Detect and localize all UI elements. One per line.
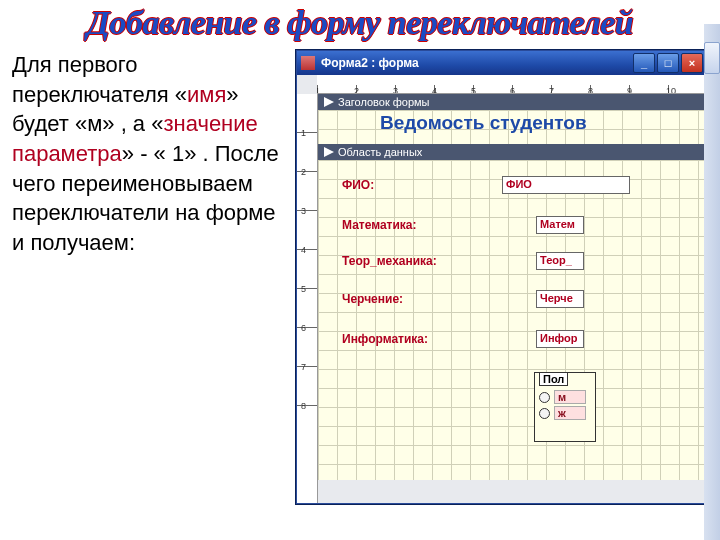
ruler-tick: 8: [588, 86, 593, 94]
section-bar-detail[interactable]: Область данных: [318, 144, 707, 160]
label-math[interactable]: Математика:: [342, 218, 417, 232]
option-group-pol[interactable]: Пол м ж: [534, 372, 596, 442]
ruler-tick: 7: [549, 86, 554, 94]
vertical-ruler[interactable]: 1 2 3 4 5 6 7 8: [297, 94, 318, 503]
form-title-label[interactable]: Ведомость студентов: [380, 112, 587, 134]
ruler-tick: 9: [627, 86, 632, 94]
explanation-text: Для первого переключателя «имя» будет «м…: [12, 50, 286, 504]
field-teor[interactable]: Теор_: [536, 252, 584, 270]
section-label: Область данных: [338, 146, 422, 158]
radio-label-m[interactable]: м: [554, 390, 586, 404]
section-bar-form-header[interactable]: Заголовок формы: [318, 94, 707, 110]
ruler-tick: 3: [393, 86, 398, 94]
ruler-tick: 5: [471, 86, 476, 94]
radio-row-m[interactable]: м: [535, 389, 595, 405]
maximize-button[interactable]: □: [657, 53, 679, 73]
section-arrow-icon: [324, 97, 334, 107]
minimize-button[interactable]: _: [633, 53, 655, 73]
ruler-tick: 6: [510, 86, 515, 94]
ruler-vtick: 8: [301, 401, 306, 411]
ruler-tick: 10: [666, 86, 676, 94]
keyword-name: имя: [187, 82, 226, 107]
ruler-tick: 1: [317, 86, 320, 94]
section-arrow-icon: [324, 147, 334, 157]
form-icon: [301, 56, 315, 70]
label-inform[interactable]: Информатика:: [342, 332, 428, 346]
slide-content: Для первого переключателя «имя» будет «м…: [0, 42, 720, 504]
field-math[interactable]: Матем: [536, 216, 584, 234]
field-cherch[interactable]: Черче: [536, 290, 584, 308]
ruler-tick: 2: [354, 86, 359, 94]
scrollbar-thumb[interactable]: [704, 42, 720, 74]
radio-row-zh[interactable]: ж: [535, 405, 595, 421]
form-header-section[interactable]: Ведомость студентов: [318, 110, 707, 144]
slide-title: Добавление в форму переключателей: [0, 0, 720, 42]
text-frag: Для первого переключателя «: [12, 52, 187, 107]
designer-body: 1 2 3 4 5 6 7 8 Заголовок формы Ведомост…: [297, 94, 707, 503]
window-titlebar[interactable]: Форма2 : форма _ □ ×: [297, 51, 707, 75]
close-button[interactable]: ×: [681, 53, 703, 73]
group-label[interactable]: Пол: [539, 372, 568, 386]
access-form-designer-window: Форма2 : форма _ □ × 1 2 3 4 5 6 7 8 9 1…: [296, 50, 708, 504]
field-inform[interactable]: Инфор: [536, 330, 584, 348]
radio-icon[interactable]: [539, 392, 550, 403]
radio-icon[interactable]: [539, 408, 550, 419]
vertical-scrollbar[interactable]: [704, 24, 720, 540]
label-teor[interactable]: Теор_механика:: [342, 254, 437, 268]
section-label: Заголовок формы: [338, 96, 430, 108]
radio-label-zh[interactable]: ж: [554, 406, 586, 420]
label-cherch[interactable]: Черчение:: [342, 292, 403, 306]
design-canvas[interactable]: Заголовок формы Ведомость студентов Обла…: [318, 94, 707, 503]
detail-section[interactable]: ФИО: ФИО Математика: Матем Теор_механика…: [318, 160, 707, 480]
window-title: Форма2 : форма: [321, 56, 419, 70]
label-fio[interactable]: ФИО:: [342, 178, 374, 192]
ruler-tick: 4: [432, 86, 437, 94]
field-fio[interactable]: ФИО: [502, 176, 630, 194]
horizontal-ruler[interactable]: 1 2 3 4 5 6 7 8 9 10: [317, 75, 707, 94]
